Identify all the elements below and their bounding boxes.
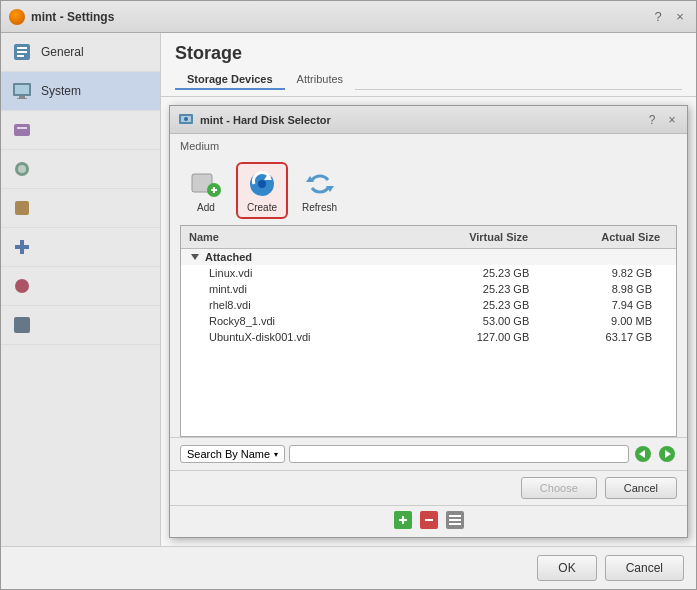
storage-title: Storage xyxy=(175,43,682,64)
file-vsize: 127.00 GB xyxy=(423,331,546,343)
svg-rect-40 xyxy=(449,519,461,521)
file-asize: 8.98 GB xyxy=(545,283,668,295)
search-next-button[interactable] xyxy=(657,444,677,464)
sidebar-item-4[interactable] xyxy=(1,150,160,189)
table-row[interactable]: UbuntuX-disk001.vdi 127.00 GB 63.17 GB xyxy=(181,329,676,345)
help-button[interactable]: ? xyxy=(650,9,666,25)
system-icon xyxy=(11,80,33,102)
search-dropdown[interactable]: Search By Name ▾ xyxy=(180,445,285,463)
file-list-body[interactable]: Attached Linux.vdi 25.23 GB 9.82 GB mint… xyxy=(181,249,676,436)
svg-point-15 xyxy=(15,279,29,293)
file-asize: 7.94 GB xyxy=(545,299,668,311)
dialog-close-button[interactable]: × xyxy=(665,113,679,127)
file-vsize: 25.23 GB xyxy=(423,283,546,295)
tab-storage-devices[interactable]: Storage Devices xyxy=(175,70,285,90)
sidebar-item-general[interactable]: General xyxy=(1,33,160,72)
svg-rect-41 xyxy=(449,515,461,517)
sidebar-icon-6 xyxy=(11,236,33,258)
table-row[interactable]: Linux.vdi 25.23 GB 9.82 GB xyxy=(181,265,676,281)
dialog-title: mint - Hard Disk Selector xyxy=(200,114,639,126)
search-bar: Search By Name ▾ xyxy=(170,437,687,470)
file-name: UbuntuX-disk001.vdi xyxy=(189,331,423,343)
bottom-add-button[interactable] xyxy=(393,510,413,533)
main-content: General System xyxy=(1,33,696,546)
svg-point-11 xyxy=(18,165,26,173)
sidebar-item-system[interactable]: System xyxy=(1,72,160,111)
search-input[interactable] xyxy=(289,445,629,463)
add-icon xyxy=(190,168,222,200)
file-group-attached: Attached xyxy=(181,249,676,265)
sidebar-item-6[interactable] xyxy=(1,228,160,267)
close-button[interactable]: × xyxy=(672,9,688,25)
add-button[interactable]: Add xyxy=(180,162,232,219)
svg-rect-2 xyxy=(17,51,27,53)
sidebar-item-5[interactable] xyxy=(1,189,160,228)
sidebar-item-7[interactable] xyxy=(1,267,160,306)
svg-rect-6 xyxy=(19,96,25,98)
table-row[interactable]: mint.vdi 25.23 GB 8.98 GB xyxy=(181,281,676,297)
dialog-help-button[interactable]: ? xyxy=(645,113,659,127)
svg-rect-36 xyxy=(402,516,404,524)
refresh-icon xyxy=(304,168,336,200)
sidebar-icon-4 xyxy=(11,158,33,180)
choose-button[interactable]: Choose xyxy=(521,477,597,499)
sidebar-icon-8 xyxy=(11,314,33,336)
refresh-button[interactable]: Refresh xyxy=(292,162,347,219)
tab-divider xyxy=(355,70,682,90)
table-row[interactable]: Rocky8_1.vdi 53.00 GB 9.00 MB xyxy=(181,313,676,329)
file-name: mint.vdi xyxy=(189,283,423,295)
content-area: Storage Storage Devices Attributes mint … xyxy=(161,33,696,546)
bottom-settings-button[interactable] xyxy=(445,510,465,533)
svg-marker-29 xyxy=(191,254,199,260)
dialog-cancel-button[interactable]: Cancel xyxy=(605,477,677,499)
chevron-down-icon: ▾ xyxy=(274,450,278,459)
general-label: General xyxy=(41,45,84,59)
file-asize: 9.82 GB xyxy=(545,267,668,279)
svg-point-26 xyxy=(258,180,266,188)
header-virtual-size: Virtual Size xyxy=(413,229,545,245)
svg-rect-9 xyxy=(17,127,27,129)
sidebar-icon-5 xyxy=(11,197,33,219)
hard-disk-selector-dialog: mint - Hard Disk Selector ? × Medium xyxy=(169,105,688,538)
sidebar-item-3[interactable] xyxy=(1,111,160,150)
svg-rect-7 xyxy=(17,98,27,99)
sidebar-item-8[interactable] xyxy=(1,306,160,345)
titlebar: mint - Settings ? × xyxy=(1,1,696,33)
table-row[interactable]: rhel8.vdi 25.23 GB 7.94 GB xyxy=(181,297,676,313)
svg-rect-12 xyxy=(15,201,29,215)
dialog-bottom-toolbar xyxy=(170,505,687,537)
svg-rect-16 xyxy=(14,317,30,333)
search-prev-button[interactable] xyxy=(633,444,653,464)
window-buttons: OK Cancel xyxy=(1,546,696,589)
svg-rect-23 xyxy=(213,187,215,193)
create-icon xyxy=(246,168,278,200)
file-name: Linux.vdi xyxy=(189,267,423,279)
sidebar: General System xyxy=(1,33,161,546)
main-window: mint - Settings ? × General System xyxy=(0,0,697,590)
svg-rect-5 xyxy=(15,85,29,94)
sidebar-icon-3 xyxy=(11,119,33,141)
svg-rect-14 xyxy=(20,240,24,254)
file-list-header: Name Virtual Size Actual Size xyxy=(181,226,676,249)
file-name: rhel8.vdi xyxy=(189,299,423,311)
sidebar-icon-7 xyxy=(11,275,33,297)
add-label: Add xyxy=(197,202,215,213)
file-vsize: 25.23 GB xyxy=(423,299,546,311)
window-title: mint - Settings xyxy=(31,10,644,24)
file-asize: 9.00 MB xyxy=(545,315,668,327)
dialog-icon xyxy=(178,112,194,128)
bottom-remove-button[interactable] xyxy=(419,510,439,533)
search-dropdown-label: Search By Name xyxy=(187,448,270,460)
ok-button[interactable]: OK xyxy=(537,555,596,581)
file-asize: 63.17 GB xyxy=(545,331,668,343)
tab-attributes[interactable]: Attributes xyxy=(285,70,355,90)
system-label: System xyxy=(41,84,81,98)
file-vsize: 53.00 GB xyxy=(423,315,546,327)
general-icon xyxy=(11,41,33,63)
svg-rect-42 xyxy=(449,523,461,525)
header-actual-size: Actual Size xyxy=(544,229,676,245)
svg-rect-38 xyxy=(425,519,433,521)
header-name: Name xyxy=(181,229,413,245)
cancel-window-button[interactable]: Cancel xyxy=(605,555,684,581)
create-button[interactable]: Create xyxy=(236,162,288,219)
